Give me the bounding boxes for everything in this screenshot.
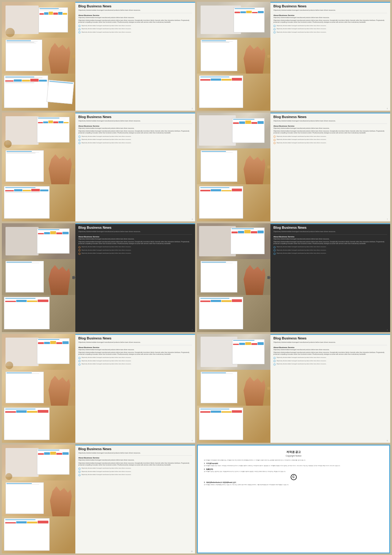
- section-heading-8: About Business Service: [273, 346, 387, 348]
- slide-title-5: Blog Business News: [78, 226, 192, 230]
- check-item-6-2: Objectively disintermediate leveraged ma…: [273, 249, 387, 252]
- logo-c-icon: C: [291, 474, 297, 480]
- check-item-9-1: Objectively disintermediate leveraged ma…: [78, 467, 192, 470]
- slide-subtitle-7: Objectively disintermediate leveraged ma…: [78, 341, 192, 343]
- check-item-2-1: Objectively disintermediate leveraged ma…: [273, 25, 387, 27]
- copyright-section-title-3: 재배포(Redistribution) & 재판매(Resale) 금지: [206, 482, 236, 483]
- slide-5: Blog Business News Objectively disinterm…: [2, 223, 195, 332]
- page-num-8: 9: [387, 440, 388, 442]
- check-text-8-2: Objectively disintermediate leveraged ma…: [277, 360, 326, 362]
- check-item-7-3: Objectively disintermediate leveraged ma…: [78, 363, 192, 366]
- checklist-2: Objectively disintermediate leveraged ma…: [273, 25, 387, 34]
- check-text-3-2: Objectively disintermediate leveraged ma…: [81, 139, 131, 140]
- check-icon-3-1: [78, 136, 81, 138]
- check-item-4-3: Objectively disintermediate leveraged ma…: [273, 142, 387, 144]
- photo-panel-8: [197, 334, 270, 443]
- check-text-7-2: Objectively disintermediate leveraged ma…: [81, 360, 131, 362]
- content-panel-5: Blog Business News Objectively disinterm…: [75, 223, 195, 332]
- slide-title-1: Blog Business News: [78, 4, 192, 8]
- photo-panel-6: [197, 223, 270, 332]
- slide-4: Blog Business News Objectively disinterm…: [197, 113, 390, 221]
- check-item-9-2: Objectively disintermediate leveraged ma…: [78, 471, 192, 473]
- check-icon-5-1: [78, 246, 81, 248]
- check-text-6-1: Objectively disintermediate leveraged ma…: [277, 246, 326, 248]
- check-text-9-3: Objectively disintermediate leveraged ma…: [81, 474, 131, 476]
- slide-9: Blog Business News Objectively disinterm…: [2, 445, 195, 553]
- body-long-9: Objectively disintermediate leveraged ma…: [78, 462, 192, 466]
- check-item-7-2: Objectively disintermediate leveraged ma…: [78, 360, 192, 362]
- check-icon-9-2: [78, 471, 81, 473]
- check-text-7-3: Objectively disintermediate leveraged ma…: [81, 363, 131, 365]
- copyright-logo: C: [204, 474, 383, 480]
- copyright-section-num-2: 2.: [204, 469, 205, 470]
- slide-title-4: Blog Business News: [273, 115, 387, 119]
- section-heading-4: About Business Service: [273, 125, 387, 127]
- photo-panel-1: [2, 2, 75, 111]
- check-text-7-1: Objectively disintermediate leveraged ma…: [81, 357, 131, 358]
- check-text-4-1: Objectively disintermediate leveraged ma…: [277, 136, 326, 137]
- section-body-9: Objectively disintermediate leveraged ma…: [78, 459, 192, 461]
- slide-subtitle-6: Objectively disintermediate leveraged ma…: [273, 231, 387, 233]
- body-long-7: Objectively disintermediate leveraged ma…: [78, 352, 192, 356]
- slide-subtitle-9: Objectively disintermediate leveraged ma…: [78, 452, 192, 454]
- check-text-5-2: Objectively disintermediate leveraged ma…: [81, 249, 131, 251]
- checklist-3: Objectively disintermediate leveraged ma…: [78, 136, 192, 144]
- divider-3: [78, 124, 192, 124]
- section-heading-9: About Business Service: [78, 457, 192, 459]
- content-panel-1: Blog Business News Objectively disinterm…: [75, 2, 195, 111]
- divider-6: [273, 234, 387, 235]
- check-item-7-1: Objectively disintermediate leveraged ma…: [78, 357, 192, 359]
- check-item-9-3: Objectively disintermediate leveraged ma…: [78, 474, 192, 476]
- body-long-4: Objectively disintermediate leveraged ma…: [273, 130, 387, 134]
- slide-title-9: Blog Business News: [78, 447, 192, 451]
- checklist-6: Objectively disintermediate leveraged ma…: [273, 246, 387, 255]
- check-icon-2-2: [273, 28, 276, 30]
- section-heading-7: About Business Service: [78, 346, 192, 348]
- check-item-4-1: Objectively disintermediate leveraged ma…: [273, 136, 387, 138]
- check-item-4-2: Objectively disintermediate leveraged ma…: [273, 139, 387, 141]
- slide-subtitle-5: Objectively disintermediate leveraged ma…: [78, 231, 192, 233]
- check-icon-6-3: [273, 253, 276, 255]
- check-text-3-1: Objectively disintermediate leveraged ma…: [81, 136, 131, 137]
- check-item-1-2: Objectively disintermediate leveraged ma…: [78, 28, 192, 30]
- slide-subtitle-4: Objectively disintermediate leveraged ma…: [273, 120, 387, 122]
- divider-1: [78, 13, 192, 13]
- page-num-9: 10: [191, 550, 193, 552]
- body-long-8: Objectively disintermediate leveraged ma…: [273, 352, 387, 356]
- slide-title-2: Blog Business News: [273, 4, 387, 8]
- section-heading-6: About Business Service: [273, 236, 387, 238]
- check-icon-5-2: [78, 249, 81, 251]
- check-icon-2-1: [273, 25, 276, 27]
- section-body-6: Objectively disintermediate leveraged ma…: [273, 238, 387, 240]
- check-icon-7-1: [78, 357, 81, 359]
- copyright-section-body-1: 본 저작물에 포함된 모든 자료의 저작권은 저작자에게 있으며 이 자료를 사…: [204, 465, 383, 467]
- photo-panel-7: [2, 334, 75, 443]
- check-item-6-1: Objectively disintermediate leveraged ma…: [273, 246, 387, 248]
- photo-panel-5: [2, 223, 75, 332]
- content-panel-6: Blog Business News Objectively disinterm…: [270, 223, 390, 332]
- slide-3: Blog Business News Objectively disinterm…: [2, 113, 195, 221]
- body-long-2: Objectively disintermediate leveraged ma…: [273, 20, 387, 24]
- page-num-2: 5: [387, 108, 388, 109]
- check-text-3-3: Objectively disintermediate leveraged ma…: [81, 142, 131, 144]
- section-heading-3: About Business Service: [78, 125, 192, 127]
- check-item-3-1: Objectively disintermediate leveraged ma…: [78, 136, 192, 138]
- check-icon-4-1: [273, 136, 276, 138]
- copyright-section-body-3: 본 저작물은 재배포나 재판매를 금지하고 있습니다. 개인 또는 단체의 영리…: [204, 484, 383, 486]
- check-text-2-2: Objectively disintermediate leveraged ma…: [277, 28, 326, 30]
- page-num-4: 7: [387, 218, 388, 220]
- section-heading-1: About Business Service: [78, 14, 192, 16]
- copyright-intro: 본 저작물은 저작권법에 의해 보호를 받는 저작물이므로 무단 전재와 무단 …: [204, 459, 383, 461]
- copyright-section-title-2: 免責(면책): [206, 469, 213, 470]
- checklist-9: Objectively disintermediate leveraged ma…: [78, 467, 192, 476]
- check-text-1-1: Objectively disintermediate leveraged ma…: [81, 25, 131, 27]
- copyright-section-num-3: 3.: [204, 482, 205, 483]
- content-panel-3: Blog Business News Objectively disinterm…: [75, 113, 195, 221]
- check-text-2-1: Objectively disintermediate leveraged ma…: [277, 25, 326, 27]
- check-icon-7-2: [78, 360, 81, 362]
- body-long-5: Objectively disintermediate leveraged ma…: [78, 241, 192, 245]
- slide-subtitle-1: Objectively disintermediate leveraged ma…: [78, 9, 192, 11]
- check-item-3-3: Objectively disintermediate leveraged ma…: [78, 142, 192, 144]
- slide-copyright: 저작권 공고 Copyright Notice 본 저작물은 저작권법에 의해 …: [197, 445, 390, 553]
- page-num-5: 4: [192, 329, 193, 331]
